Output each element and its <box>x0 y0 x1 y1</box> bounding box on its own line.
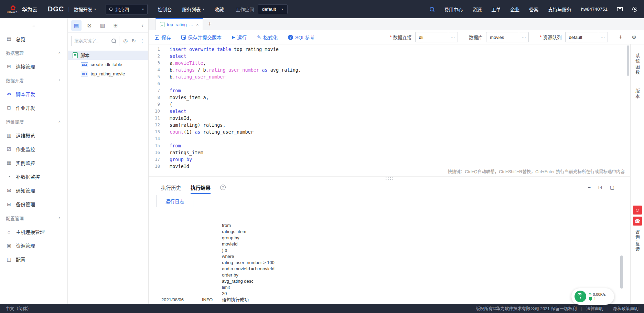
sql-code-editor[interactable]: 1insert overwrite table top_rating_movie… <box>149 44 630 176</box>
collapse-nav-button[interactable]: ≡ <box>26 21 41 31</box>
panel-splitter[interactable] <box>149 176 630 180</box>
tab-system-functions[interactable]: 系统函数 <box>634 53 641 75</box>
language-selector[interactable]: 中文（简体） <box>6 305 31 312</box>
code-line-5[interactable]: 5b.rating_user_number <box>149 73 630 80</box>
save-and-commit-button[interactable]: 保存并提交版本 <box>181 34 222 41</box>
clock-icon[interactable] <box>632 7 637 12</box>
export-icon[interactable]: ⊡ <box>598 185 602 190</box>
module-menu-data-dev[interactable]: 数据开发 ▾ <box>74 6 96 13</box>
format-button[interactable]: ✎ 格式化 <box>257 34 278 41</box>
close-tab-icon[interactable]: × <box>196 22 199 27</box>
huawei-logo[interactable]: ✿ HUAWEI <box>7 4 19 14</box>
code-line-7[interactable]: 7from <box>149 87 630 94</box>
sidebar-item-2-4[interactable]: ✉通知管理 <box>0 184 67 197</box>
code-line-12[interactable]: 12sum(rating) ratings, <box>149 122 630 128</box>
sidebar-section-title-2[interactable]: 运维调度∧ <box>0 115 67 128</box>
sidebar-item-3-2[interactable]: ◫配置 <box>0 252 67 266</box>
code-line-14[interactable]: 14 <box>149 135 630 142</box>
sidebar-item-2-2[interactable]: ▦实例监控 <box>0 156 67 170</box>
legal-notice-link[interactable]: 法律声明 <box>586 305 603 312</box>
sidebar-item-2-0[interactable]: ▥运维概览 <box>0 128 67 142</box>
tab-run-log[interactable]: 运行日志 <box>156 195 193 207</box>
mail-icon[interactable] <box>617 7 623 11</box>
code-line-6[interactable]: 6 <box>149 80 630 87</box>
add-icon[interactable]: + <box>619 33 623 41</box>
sql-reference-button[interactable]: ? SQL参考 <box>288 34 314 41</box>
queue-more-button[interactable]: ··· <box>598 32 608 42</box>
locate-icon[interactable]: ◎ <box>123 38 128 44</box>
sidebar-item-0-0[interactable]: ⊞连接管理 <box>0 60 67 73</box>
database-select[interactable]: movies <box>486 32 519 42</box>
username[interactable]: hw84740751 <box>581 7 608 12</box>
connection-select[interactable]: dli <box>415 32 448 42</box>
tab-top-rating-movie[interactable]: top_rating_... × <box>155 18 203 30</box>
code-line-3[interactable]: 3a.movieTitle, <box>149 60 630 66</box>
close-all-icon[interactable]: ⊠ <box>84 20 95 31</box>
log-scrollbar[interactable] <box>620 255 623 289</box>
search-icon[interactable] <box>111 39 116 43</box>
connection-more-button[interactable]: ··· <box>448 32 458 42</box>
service-list-menu[interactable]: 服务列表 ▾ <box>182 6 204 13</box>
tab-execution-result[interactable]: 执行结果 <box>191 180 211 194</box>
sidebar-section-title-3[interactable]: 配置管理∧ <box>0 211 67 225</box>
code-line-17[interactable]: 17group by <box>149 156 630 163</box>
minimize-icon[interactable]: − <box>588 185 591 190</box>
code-line-2[interactable]: 2select <box>149 53 630 60</box>
tree-search-input[interactable] <box>74 39 111 43</box>
enterprise-link[interactable]: 企业 <box>510 6 519 13</box>
tab-execution-history[interactable]: 执行历史 <box>161 180 181 194</box>
brand-huaweicloud[interactable]: 华为云 <box>22 6 37 13</box>
help-icon[interactable]: ? <box>220 185 226 190</box>
sidebar-item-2-1[interactable]: ☑作业监控 <box>0 142 67 156</box>
sidebar-section-title-0[interactable]: 数据管理∧ <box>0 46 67 60</box>
tab-versions[interactable]: 版本 <box>634 88 641 100</box>
privacy-policy-link[interactable]: 隐私政策声明 <box>613 305 638 312</box>
sidebar-item-3-0[interactable]: ⌂主机连接管理 <box>0 225 67 239</box>
network-speed-widget[interactable]: ⇅0.00K/s 1 <box>571 288 614 305</box>
editor-scrollbar[interactable] <box>627 45 629 76</box>
code-line-13[interactable]: 13count(1) as rating_user_number <box>149 128 630 135</box>
favorites-link[interactable]: 收藏 <box>215 6 224 13</box>
save-button[interactable]: 保存 <box>155 34 171 41</box>
feedback-chat-icon[interactable]: ☎ <box>633 217 642 226</box>
queue-select[interactable]: default <box>565 32 598 42</box>
tree-search-box[interactable] <box>71 36 119 46</box>
database-more-button[interactable]: ··· <box>519 32 529 42</box>
code-line-11[interactable]: 11movieId, <box>149 115 630 122</box>
billing-center-link[interactable]: 费用中心 <box>444 6 463 13</box>
settings-gear-icon[interactable]: ⚙ <box>632 34 636 41</box>
support-link[interactable]: 支持与服务 <box>548 6 571 13</box>
customer-service-icon[interactable]: ☺ <box>633 206 642 215</box>
code-line-16[interactable]: 16ratings_item <box>149 149 630 156</box>
workspace-selector[interactable]: default ▾ <box>258 4 288 14</box>
search-icon[interactable] <box>430 7 434 12</box>
new-tab-button[interactable]: + <box>208 21 212 28</box>
collapse-panel-icon[interactable]: ‹ <box>140 22 145 29</box>
sidebar-item-3-1[interactable]: ▣资源管理 <box>0 239 67 252</box>
tree-node-create_dli_table[interactable]: DLIcreate_dli_table <box>68 60 148 69</box>
console-link[interactable]: 控制台 <box>158 6 172 13</box>
sidebar-item-2-3[interactable]: ◔补数据监控 <box>0 170 67 184</box>
region-selector[interactable]: 北京四 ▾ <box>106 4 148 14</box>
code-line-4[interactable]: 4b.ratings / b.rating_user_number as avg… <box>149 66 630 73</box>
refresh-icon[interactable]: ↻ <box>131 38 136 44</box>
code-line-1[interactable]: 1insert overwrite table top_rating_movie <box>149 46 630 53</box>
code-line-15[interactable]: 15from <box>149 142 630 149</box>
sidebar-item-overview[interactable]: ▤ 总览 <box>0 32 67 46</box>
tickets-link[interactable]: 工单 <box>491 6 501 13</box>
database-view-icon[interactable]: ▥ <box>97 20 108 31</box>
more-options-icon[interactable]: ⋮ <box>140 38 145 44</box>
maximize-icon[interactable]: ▢ <box>610 185 614 190</box>
tree-root-scripts[interactable]: 脚本 <box>68 51 148 60</box>
code-line-10[interactable]: 10select <box>149 108 630 115</box>
scripts-view-icon[interactable]: ▤ <box>71 20 82 31</box>
code-line-9[interactable]: 9( <box>149 101 630 108</box>
resources-link[interactable]: 资源 <box>472 6 482 13</box>
code-line-8[interactable]: 8movies_item a, <box>149 94 630 101</box>
sidebar-item-1-0[interactable]: </>脚本开发 <box>0 87 67 101</box>
sidebar-section-title-1[interactable]: 数据开发∧ <box>0 73 67 87</box>
consult-feedback-tab[interactable]: 咨询·反馈 <box>634 230 641 252</box>
tree-node-top_rating_movie[interactable]: DLItop_rating_movie <box>68 69 148 79</box>
table-view-icon[interactable]: ⊞ <box>110 20 121 31</box>
sidebar-item-1-1[interactable]: ⊡作业开发 <box>0 101 67 115</box>
